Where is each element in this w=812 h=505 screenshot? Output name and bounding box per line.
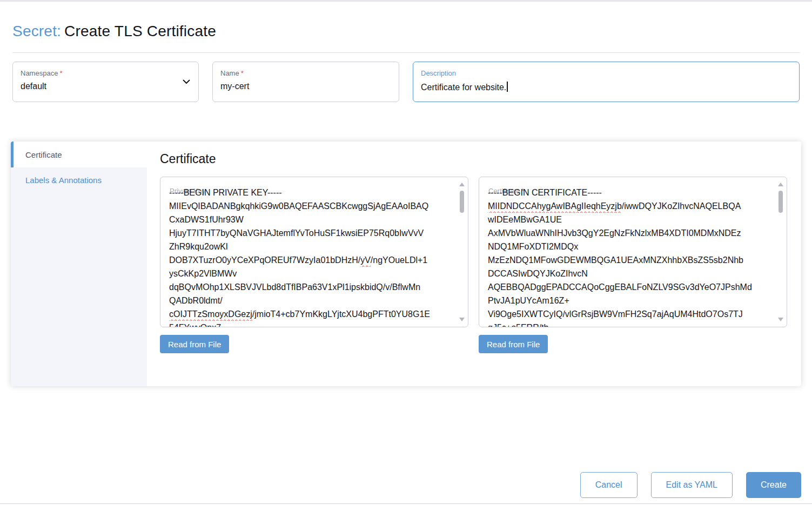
chevron-down-icon — [182, 77, 191, 88]
private-key-content: -----BEGIN PRIVATE KEY----- MIIEvQIBADAN… — [160, 177, 468, 327]
required-asterisk: * — [59, 69, 62, 77]
page-title: Secret:Create TLS Certificate — [12, 23, 216, 40]
page-title-text: Create TLS Certificate — [64, 23, 216, 39]
scroll-down-icon[interactable] — [459, 318, 465, 321]
create-button[interactable]: Create — [746, 472, 801, 498]
private-key-textarea[interactable]: Private Key -----BEGIN PRIVATE KEY----- … — [160, 177, 468, 327]
footer-actions: Cancel Edit as YAML Create — [580, 472, 801, 498]
certificate-content: -----BEGIN CERTIFICATE----- MIIDNDCCAhyg… — [479, 177, 787, 327]
description-field[interactable]: Description Certificate for website. — [413, 62, 800, 102]
text-cursor — [507, 82, 508, 92]
tab-sidebar: Certificate Labels & Annotations — [11, 142, 147, 386]
namespace-select[interactable]: Namespace* default — [12, 62, 199, 102]
tab-labels-annotations[interactable]: Labels & Annotations — [11, 167, 147, 192]
metadata-form: Namespace* default Name* my-cert Descrip… — [12, 62, 800, 102]
certificate-textarea[interactable]: Certificate* -----BEGIN CERTIFICATE-----… — [479, 177, 787, 327]
scrollbar-thumb[interactable] — [460, 191, 464, 213]
scrollbar[interactable] — [459, 181, 465, 322]
scroll-down-icon[interactable] — [778, 318, 783, 321]
tab-certificate[interactable]: Certificate — [11, 142, 147, 167]
required-asterisk: * — [241, 69, 244, 77]
top-divider — [0, 0, 812, 2]
header-divider — [12, 52, 800, 53]
scroll-up-icon[interactable] — [778, 183, 783, 186]
name-label: Name* — [220, 69, 391, 77]
private-key-read-from-file-button[interactable]: Read from File — [160, 335, 229, 353]
name-value: my-cert — [220, 82, 391, 91]
edit-as-yaml-button[interactable]: Edit as YAML — [651, 472, 733, 498]
description-label: Description — [421, 69, 791, 77]
namespace-label: Namespace* — [21, 69, 191, 77]
scroll-up-icon[interactable] — [459, 183, 465, 186]
bottom-divider — [0, 503, 812, 504]
cancel-button[interactable]: Cancel — [580, 472, 637, 498]
private-key-group: Private Key -----BEGIN PRIVATE KEY----- … — [160, 177, 468, 353]
certificate-read-from-file-button[interactable]: Read from File — [479, 335, 548, 353]
description-value: Certificate for website. — [421, 82, 791, 92]
scrollbar-thumb[interactable] — [779, 191, 783, 213]
tab-panel-certificate: Certificate Private Key -----BEGIN PRIVA… — [147, 142, 801, 386]
resource-kind-label: Secret: — [12, 23, 61, 39]
section-title: Certificate — [160, 152, 787, 166]
certificate-group: Certificate* -----BEGIN CERTIFICATE-----… — [479, 177, 787, 353]
scrollbar[interactable] — [777, 181, 784, 322]
name-field[interactable]: Name* my-cert — [212, 62, 399, 102]
secret-data-card: Certificate Labels & Annotations Certifi… — [11, 142, 801, 386]
namespace-value: default — [21, 82, 191, 91]
